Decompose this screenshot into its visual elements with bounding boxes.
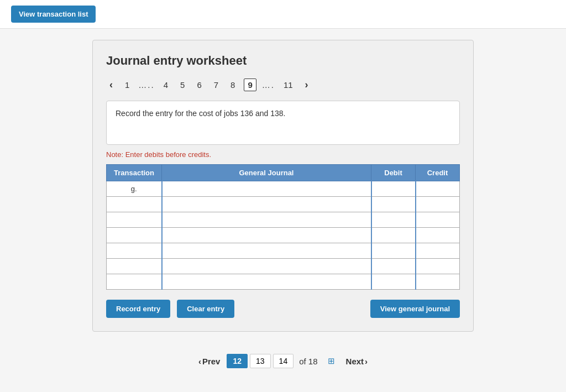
worksheet-title: Journal entry worksheet [106,54,460,68]
view-general-journal-button[interactable]: View general journal [370,300,460,318]
transaction-input[interactable] [110,261,158,271]
debit-input[interactable] [372,274,415,289]
pagination-prev-arrow[interactable]: ‹ [106,78,116,92]
debit-cell [371,228,416,243]
page-item-4[interactable]: 4 [160,79,171,91]
next-label: Next [346,357,364,366]
col-transaction: Transaction [107,165,162,181]
credit-input[interactable] [416,197,460,212]
general-journal-input[interactable] [163,243,371,258]
table-row [107,228,460,243]
debit-input[interactable] [372,212,415,227]
record-entry-button[interactable]: Record entry [106,300,170,318]
table-row [107,197,460,212]
bottom-of-label: of 18 [296,357,321,366]
table-row: g. [107,181,460,197]
credit-cell [416,243,460,259]
top-bar: View transaction list [0,0,566,29]
page-dots-1: ….. [138,80,154,90]
transaction-cell [107,243,162,259]
page-item-11[interactable]: 11 [280,79,296,91]
general-journal-input[interactable] [163,212,371,227]
worksheet-card: Journal entry worksheet ‹ 1 ….. 4 5 6 7 … [92,40,474,332]
pagination-next-arrow[interactable]: › [302,78,312,92]
credit-input[interactable] [416,243,460,258]
transaction-input[interactable] [110,230,158,241]
transaction-input[interactable] [110,215,158,225]
table-row [107,243,460,259]
credit-cell [416,259,460,274]
page-item-7[interactable]: 7 [211,79,222,91]
transaction-input[interactable] [110,276,158,287]
transaction-cell: g. [107,181,162,197]
worksheet-pagination: ‹ 1 ….. 4 5 6 7 8 9 …. 11 › [106,78,460,92]
bottom-page-13[interactable]: 13 [250,354,271,368]
transaction-cell [107,212,162,228]
credit-input[interactable] [416,228,460,243]
general-journal-cell [162,259,371,274]
credit-input[interactable] [416,259,460,274]
debit-cell [371,197,416,212]
next-arrow-icon: › [365,357,368,366]
transaction-input[interactable] [110,199,158,210]
page-dots-2: …. [262,80,275,90]
button-row: Record entry Clear entry View general jo… [106,300,460,318]
transaction-cell [107,197,162,212]
debit-cell [371,259,416,274]
credit-cell [416,197,460,212]
general-journal-cell [162,212,371,228]
transaction-input[interactable] [110,245,158,256]
general-journal-cell [162,274,371,290]
credit-input[interactable] [416,212,460,227]
page-item-1[interactable]: 1 [122,79,133,91]
grid-icon[interactable]: ⊞ [323,354,339,368]
debit-cell [371,181,416,197]
debit-input[interactable] [372,228,415,243]
page-item-5[interactable]: 5 [177,79,188,91]
debit-cell [371,212,416,228]
bottom-page-14[interactable]: 14 [273,354,294,368]
prev-arrow-icon: ‹ [198,357,201,366]
credit-cell [416,228,460,243]
general-journal-input[interactable] [163,181,371,196]
debit-input[interactable] [372,243,415,258]
general-journal-input[interactable] [163,197,371,212]
general-journal-cell [162,228,371,243]
bottom-pagination: ‹ Prev 12 13 14 of 18 ⊞ Next › [0,343,566,374]
debit-input[interactable] [372,259,415,274]
credit-cell [416,212,460,228]
general-journal-input[interactable] [163,228,371,243]
table-row [107,212,460,228]
credit-input[interactable] [416,181,460,196]
clear-entry-button[interactable]: Clear entry [177,300,234,318]
col-debit: Debit [371,165,416,181]
prev-label: Prev [202,357,221,366]
table-row [107,259,460,274]
general-journal-input[interactable] [163,274,371,289]
view-transaction-button[interactable]: View transaction list [11,6,96,23]
col-credit: Credit [416,165,460,181]
bottom-page-12[interactable]: 12 [227,354,248,368]
debit-cell [371,274,416,290]
instruction-box: Record the entry for the cost of jobs 13… [106,101,460,145]
page-item-8[interactable]: 8 [227,79,238,91]
journal-table: Transaction General Journal Debit Credit… [106,164,460,290]
bottom-prev-button[interactable]: ‹ Prev [194,354,225,368]
debit-input[interactable] [372,197,415,212]
col-general-journal: General Journal [162,165,371,181]
general-journal-cell [162,197,371,212]
bottom-next-button[interactable]: Next › [342,354,373,368]
debit-cell [371,243,416,259]
debit-input[interactable] [372,181,415,196]
credit-cell [416,274,460,290]
page-item-6[interactable]: 6 [193,79,205,91]
general-journal-cell [162,243,371,259]
transaction-cell [107,228,162,243]
transaction-cell [107,259,162,274]
general-journal-cell [162,181,371,197]
main-content: Journal entry worksheet ‹ 1 ….. 4 5 6 7 … [0,29,566,343]
credit-input[interactable] [416,274,460,289]
table-row [107,274,460,290]
page-item-9[interactable]: 9 [244,79,256,91]
general-journal-input[interactable] [163,259,371,274]
